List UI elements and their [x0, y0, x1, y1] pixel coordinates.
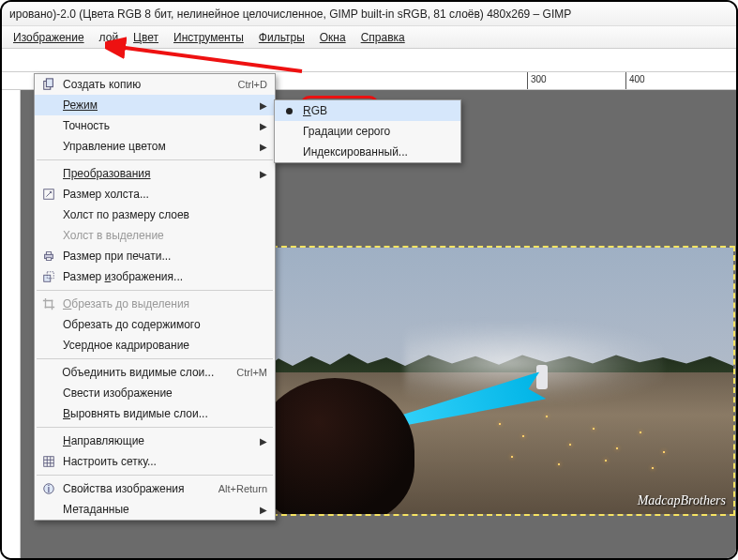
menu-tools[interactable]: Инструменты	[168, 28, 249, 47]
resize-icon	[38, 188, 59, 201]
menu-windows[interactable]: Окна	[314, 28, 352, 47]
print-icon	[38, 250, 59, 263]
item-flatten[interactable]: Свести изображение	[35, 383, 275, 403]
svg-line-11	[118, 47, 302, 71]
item-canvas-size[interactable]: Размер холста...	[35, 184, 275, 204]
selection-border	[263, 246, 735, 516]
item-mode-grayscale[interactable]: Градации серого	[275, 121, 460, 142]
item-mode[interactable]: Режим ▶	[35, 95, 275, 115]
item-guides[interactable]: Направляющие ▶	[35, 431, 275, 451]
item-duplicate[interactable]: Создать копию Ctrl+D	[35, 74, 275, 95]
item-crop-content[interactable]: Обрезать до содержимого	[35, 314, 275, 335]
menu-help[interactable]: Справка	[355, 28, 411, 47]
submenu-arrow-icon: ▶	[260, 100, 267, 111]
item-transform[interactable]: Преобразования ▶	[35, 163, 275, 184]
svg-rect-4	[46, 252, 51, 255]
item-mode-indexed[interactable]: Индексированный...	[275, 142, 460, 162]
svg-text:i: i	[48, 483, 50, 494]
ruler-vertical	[2, 90, 21, 558]
svg-rect-5	[46, 258, 51, 261]
item-fit-canvas-layers[interactable]: Холст по размеру слоев	[35, 204, 275, 225]
submenu-arrow-icon: ▶	[260, 121, 267, 131]
item-metadata[interactable]: Метаданные ▶	[35, 499, 275, 520]
item-crop-selection: Обрезать до выделения	[35, 294, 275, 314]
submenu-arrow-icon: ▶	[260, 142, 267, 152]
item-precision[interactable]: Точность ▶	[35, 115, 275, 136]
menu-bar: Изображение лой Цвет Инструменты Фильтры…	[2, 26, 736, 49]
item-configure-grid[interactable]: Настроить сетку...	[35, 451, 275, 472]
item-print-size[interactable]: Размер при печати...	[35, 246, 275, 266]
svg-rect-1	[46, 79, 53, 87]
submenu-mode: RGB Градации серого Индексированный...	[274, 99, 461, 163]
item-canvas-to-selection: Холст в выделение	[35, 225, 275, 246]
image-canvas[interactable]: MadcapBrothers	[264, 248, 733, 514]
submenu-arrow-icon: ▶	[260, 436, 267, 446]
submenu-arrow-icon: ▶	[260, 169, 267, 179]
crop-icon	[38, 297, 59, 310]
info-icon: i	[38, 482, 59, 495]
svg-rect-8	[44, 457, 54, 467]
menu-image-dropdown: Создать копию Ctrl+D Режим ▶ Точность ▶ …	[34, 73, 276, 521]
menu-filters[interactable]: Фильтры	[253, 28, 310, 47]
item-mode-rgb[interactable]: RGB	[275, 100, 460, 121]
grid-icon	[38, 455, 59, 468]
item-zealous-crop[interactable]: Усердное кадрирование	[35, 335, 275, 356]
radio-selected-icon	[286, 108, 293, 114]
scale-icon	[38, 270, 59, 283]
menu-color[interactable]: Цвет	[128, 28, 164, 47]
item-scale-image[interactable]: Размер изображения...	[35, 266, 275, 287]
window-title: ировано)-2.0 (Цвета RGB 8 бит, нелинейно…	[9, 8, 571, 21]
submenu-arrow-icon: ▶	[260, 505, 267, 515]
item-align-layers[interactable]: Выровнять видимые слои...	[35, 403, 275, 424]
duplicate-icon	[38, 78, 59, 91]
title-bar: ировано)-2.0 (Цвета RGB 8 бит, нелинейно…	[2, 2, 736, 26]
menu-image[interactable]: Изображение	[8, 28, 90, 47]
item-merge-visible[interactable]: Объединить видимые слои... Ctrl+M	[35, 362, 275, 383]
menu-layer[interactable]: лой	[94, 28, 125, 47]
item-color-management[interactable]: Управление цветом ▶	[35, 136, 275, 157]
item-image-properties[interactable]: i Свойства изображения Alt+Return	[35, 478, 275, 499]
